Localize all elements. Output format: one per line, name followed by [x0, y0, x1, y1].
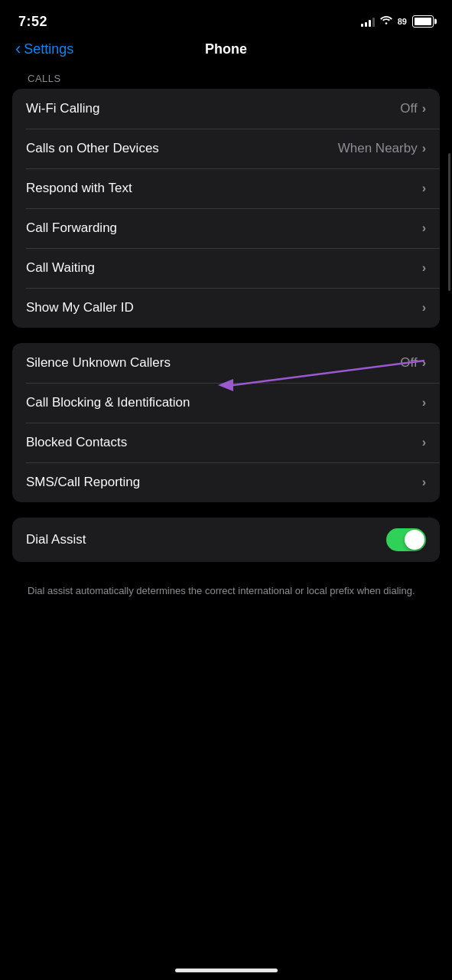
row-label: Dial Assist — [26, 532, 86, 547]
toggle-knob — [405, 530, 424, 550]
row-right: Off › — [400, 101, 426, 116]
row-label: Call Forwarding — [26, 220, 117, 236]
chevron-right-icon: › — [422, 436, 426, 449]
page-title: Phone — [205, 41, 247, 57]
row-label: Respond with Text — [26, 181, 132, 196]
scrollbar[interactable] — [448, 153, 450, 291]
signal-icon — [361, 16, 375, 27]
battery-indicator: 89 — [398, 15, 434, 28]
row-dial-assist[interactable]: Dial Assist — [12, 518, 440, 562]
chevron-right-icon: › — [422, 142, 426, 155]
status-time: 7:52 — [18, 14, 47, 30]
settings-group-1: Wi-Fi Calling Off › Calls on Other Devic… — [12, 89, 440, 328]
row-right: › — [422, 221, 426, 235]
row-calls-other-devices[interactable]: Calls on Other Devices When Nearby › — [12, 129, 440, 168]
chevron-right-icon: › — [422, 356, 426, 370]
settings-group-1-container: Wi-Fi Calling Off › Calls on Other Devic… — [0, 89, 452, 328]
settings-group-2: Silence Unknown Callers Off › Call Block… — [12, 343, 440, 502]
chevron-right-icon: › — [422, 475, 426, 489]
row-label: Call Waiting — [26, 260, 95, 276]
row-right: › — [422, 396, 426, 410]
battery-fill — [415, 18, 431, 25]
dial-assist-toggle[interactable] — [386, 528, 426, 551]
section-label-calls: CALLS — [0, 67, 452, 89]
chevron-right-icon: › — [422, 181, 426, 195]
row-right: When Nearby › — [338, 141, 426, 156]
row-value: Off — [400, 355, 417, 371]
chevron-right-icon: › — [422, 301, 426, 315]
row-wifi-calling[interactable]: Wi-Fi Calling Off › — [12, 89, 440, 129]
row-label: Silence Unknown Callers — [26, 355, 171, 371]
back-button[interactable]: ‹ Settings — [15, 41, 73, 59]
header: ‹ Settings Phone — [0, 38, 452, 67]
row-right: › — [422, 301, 426, 315]
row-call-forwarding[interactable]: Call Forwarding › — [12, 208, 440, 248]
back-chevron-icon: ‹ — [15, 39, 21, 59]
settings-group-3: Dial Assist — [12, 518, 440, 562]
chevron-right-icon: › — [422, 102, 426, 116]
row-right — [386, 528, 426, 551]
row-label: SMS/Call Reporting — [26, 475, 140, 490]
row-sms-call-reporting[interactable]: SMS/Call Reporting › — [12, 462, 440, 502]
row-right: › — [422, 436, 426, 449]
row-label: Call Blocking & Identification — [26, 395, 190, 410]
row-silence-unknown[interactable]: Silence Unknown Callers Off › — [12, 343, 440, 383]
row-respond-with-text[interactable]: Respond with Text › — [12, 168, 440, 208]
row-value: Off — [400, 101, 417, 116]
status-icons: 89 — [361, 15, 434, 28]
row-right: › — [422, 475, 426, 489]
row-show-caller-id[interactable]: Show My Caller ID › — [12, 288, 440, 328]
row-label: Wi-Fi Calling — [26, 101, 99, 116]
row-label: Blocked Contacts — [26, 435, 127, 450]
row-right: › — [422, 181, 426, 195]
back-label: Settings — [24, 41, 73, 57]
chevron-right-icon: › — [422, 261, 426, 275]
row-label: Show My Caller ID — [26, 300, 134, 315]
row-blocked-contacts[interactable]: Blocked Contacts › — [12, 423, 440, 462]
battery-text: 89 — [398, 17, 407, 26]
row-label: Calls on Other Devices — [26, 141, 159, 156]
status-bar: 7:52 89 — [0, 0, 452, 38]
row-value: When Nearby — [338, 141, 418, 156]
row-call-waiting[interactable]: Call Waiting › — [12, 248, 440, 288]
battery-box — [412, 15, 434, 28]
dial-assist-description: Dial assist automatically determines the… — [0, 577, 452, 614]
chevron-right-icon: › — [422, 396, 426, 410]
chevron-right-icon: › — [422, 221, 426, 235]
row-right: Off › — [400, 355, 426, 371]
wifi-icon — [379, 15, 393, 28]
row-right: › — [422, 261, 426, 275]
home-indicator — [175, 969, 278, 972]
row-call-blocking[interactable]: Call Blocking & Identification › — [12, 383, 440, 423]
